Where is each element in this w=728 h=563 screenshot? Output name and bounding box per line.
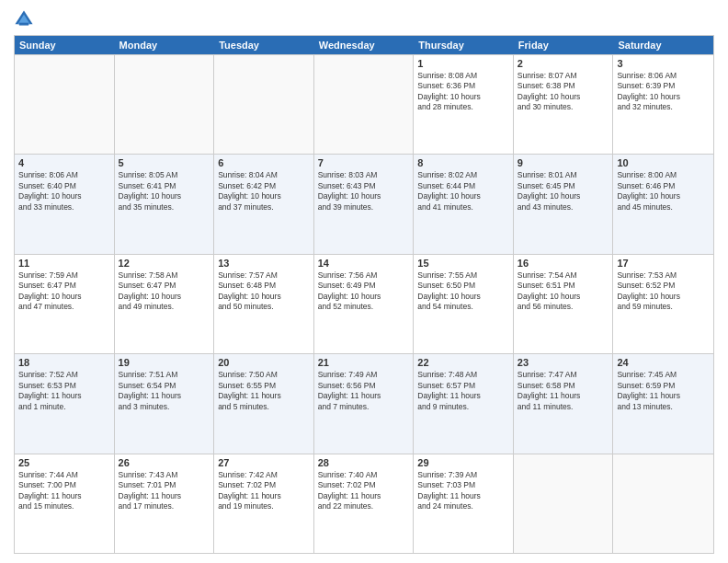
- calendar-row: 1Sunrise: 8:08 AM Sunset: 6:36 PM Daylig…: [15, 54, 713, 154]
- day-number: 12: [119, 258, 210, 269]
- day-number: 23: [518, 357, 609, 368]
- day-number: 20: [218, 357, 310, 368]
- cell-info: Sunrise: 8:08 AM Sunset: 6:36 PM Dayligh…: [417, 71, 509, 113]
- cell-info: Sunrise: 7:52 AM Sunset: 6:53 PM Dayligh…: [18, 370, 110, 412]
- cell-info: Sunrise: 7:57 AM Sunset: 6:48 PM Dayligh…: [218, 270, 310, 313]
- header-cell-wednesday: Wednesday: [314, 36, 415, 54]
- header-cell-saturday: Saturday: [613, 36, 713, 54]
- day-number: 10: [617, 157, 710, 168]
- calendar-cell: 1Sunrise: 8:08 AM Sunset: 6:36 PM Daylig…: [414, 55, 514, 154]
- calendar-cell: 17Sunrise: 7:53 AM Sunset: 6:52 PM Dayli…: [613, 255, 713, 353]
- cell-info: Sunrise: 7:50 AM Sunset: 6:55 PM Dayligh…: [218, 370, 310, 412]
- calendar-cell: 4Sunrise: 8:06 AM Sunset: 6:40 PM Daylig…: [15, 155, 115, 253]
- day-number: 18: [18, 357, 110, 368]
- cell-info: Sunrise: 8:07 AM Sunset: 6:38 PM Dayligh…: [518, 71, 609, 113]
- calendar-cell: 20Sunrise: 7:50 AM Sunset: 6:55 PM Dayli…: [214, 354, 314, 453]
- cell-info: Sunrise: 8:04 AM Sunset: 6:42 PM Dayligh…: [218, 170, 310, 213]
- calendar-cell: 29Sunrise: 7:39 AM Sunset: 7:03 PM Dayli…: [414, 454, 514, 553]
- cell-info: Sunrise: 8:06 AM Sunset: 6:39 PM Dayligh…: [617, 71, 710, 113]
- calendar-row: 18Sunrise: 7:52 AM Sunset: 6:53 PM Dayli…: [15, 353, 713, 453]
- cell-info: Sunrise: 7:49 AM Sunset: 6:56 PM Dayligh…: [318, 370, 410, 412]
- calendar-cell: 11Sunrise: 7:59 AM Sunset: 6:47 PM Dayli…: [15, 255, 115, 353]
- day-number: 15: [417, 258, 509, 269]
- day-number: 26: [119, 457, 210, 468]
- calendar-cell: 22Sunrise: 7:48 AM Sunset: 6:57 PM Dayli…: [414, 354, 514, 453]
- day-number: 25: [18, 457, 110, 468]
- calendar-row: 4Sunrise: 8:06 AM Sunset: 6:40 PM Daylig…: [15, 154, 713, 253]
- calendar-cell: 5Sunrise: 8:05 AM Sunset: 6:41 PM Daylig…: [115, 155, 215, 253]
- calendar-cell: 21Sunrise: 7:49 AM Sunset: 6:56 PM Dayli…: [314, 354, 415, 453]
- calendar-header: SundayMondayTuesdayWednesdayThursdayFrid…: [15, 36, 713, 54]
- calendar-body: 1Sunrise: 8:08 AM Sunset: 6:36 PM Daylig…: [15, 54, 713, 553]
- cell-info: Sunrise: 7:39 AM Sunset: 7:03 PM Dayligh…: [417, 470, 509, 512]
- day-number: 17: [617, 258, 710, 269]
- day-number: 14: [318, 258, 410, 269]
- cell-info: Sunrise: 8:00 AM Sunset: 6:46 PM Dayligh…: [617, 170, 710, 213]
- calendar-cell: 6Sunrise: 8:04 AM Sunset: 6:42 PM Daylig…: [214, 155, 314, 253]
- cell-info: Sunrise: 7:55 AM Sunset: 6:50 PM Dayligh…: [417, 270, 509, 313]
- calendar-cell: [514, 454, 614, 553]
- calendar-cell: 9Sunrise: 8:01 AM Sunset: 6:45 PM Daylig…: [514, 155, 614, 253]
- day-number: 13: [218, 258, 310, 269]
- page: SundayMondayTuesdayWednesdayThursdayFrid…: [0, 0, 728, 563]
- day-number: 11: [18, 258, 110, 269]
- cell-info: Sunrise: 8:02 AM Sunset: 6:44 PM Dayligh…: [417, 170, 509, 213]
- calendar: SundayMondayTuesdayWednesdayThursdayFrid…: [14, 35, 714, 554]
- calendar-cell: 14Sunrise: 7:56 AM Sunset: 6:49 PM Dayli…: [314, 255, 415, 353]
- cell-info: Sunrise: 7:51 AM Sunset: 6:54 PM Dayligh…: [119, 370, 210, 412]
- cell-info: Sunrise: 7:40 AM Sunset: 7:02 PM Dayligh…: [318, 470, 410, 512]
- cell-info: Sunrise: 7:43 AM Sunset: 7:01 PM Dayligh…: [119, 470, 210, 512]
- day-number: 5: [119, 157, 210, 168]
- cell-info: Sunrise: 7:48 AM Sunset: 6:57 PM Dayligh…: [417, 370, 509, 412]
- day-number: 27: [218, 457, 310, 468]
- cell-info: Sunrise: 7:42 AM Sunset: 7:02 PM Dayligh…: [218, 470, 310, 512]
- day-number: 21: [318, 357, 410, 368]
- cell-info: Sunrise: 7:54 AM Sunset: 6:51 PM Dayligh…: [518, 270, 609, 313]
- cell-info: Sunrise: 7:53 AM Sunset: 6:52 PM Dayligh…: [617, 270, 710, 313]
- calendar-cell: 23Sunrise: 7:47 AM Sunset: 6:58 PM Dayli…: [514, 354, 614, 453]
- logo-icon: [14, 9, 34, 29]
- day-number: 2: [518, 58, 609, 69]
- logo: [14, 9, 38, 29]
- header: [14, 9, 714, 29]
- calendar-cell: 16Sunrise: 7:54 AM Sunset: 6:51 PM Dayli…: [514, 255, 614, 353]
- day-number: 16: [518, 258, 609, 269]
- day-number: 9: [518, 157, 609, 168]
- day-number: 22: [417, 357, 509, 368]
- calendar-cell: [613, 454, 713, 553]
- header-cell-thursday: Thursday: [414, 36, 514, 54]
- calendar-cell: 26Sunrise: 7:43 AM Sunset: 7:01 PM Dayli…: [115, 454, 215, 553]
- cell-info: Sunrise: 7:56 AM Sunset: 6:49 PM Dayligh…: [318, 270, 410, 313]
- calendar-cell: 13Sunrise: 7:57 AM Sunset: 6:48 PM Dayli…: [214, 255, 314, 353]
- cell-info: Sunrise: 7:47 AM Sunset: 6:58 PM Dayligh…: [518, 370, 609, 412]
- day-number: 19: [119, 357, 210, 368]
- svg-rect-2: [19, 23, 28, 26]
- day-number: 3: [617, 58, 710, 69]
- calendar-cell: 15Sunrise: 7:55 AM Sunset: 6:50 PM Dayli…: [414, 255, 514, 353]
- cell-info: Sunrise: 8:05 AM Sunset: 6:41 PM Dayligh…: [119, 170, 210, 213]
- header-cell-sunday: Sunday: [15, 36, 115, 54]
- calendar-cell: 18Sunrise: 7:52 AM Sunset: 6:53 PM Dayli…: [15, 354, 115, 453]
- day-number: 1: [417, 58, 509, 69]
- calendar-cell: 2Sunrise: 8:07 AM Sunset: 6:38 PM Daylig…: [514, 55, 614, 154]
- day-number: 29: [417, 457, 509, 468]
- calendar-row: 11Sunrise: 7:59 AM Sunset: 6:47 PM Dayli…: [15, 254, 713, 353]
- day-number: 8: [417, 157, 509, 168]
- calendar-cell: 10Sunrise: 8:00 AM Sunset: 6:46 PM Dayli…: [613, 155, 713, 253]
- calendar-cell: [115, 55, 215, 154]
- cell-info: Sunrise: 8:01 AM Sunset: 6:45 PM Dayligh…: [518, 170, 609, 213]
- day-number: 7: [318, 157, 410, 168]
- cell-info: Sunrise: 7:45 AM Sunset: 6:59 PM Dayligh…: [617, 370, 710, 412]
- calendar-cell: 24Sunrise: 7:45 AM Sunset: 6:59 PM Dayli…: [613, 354, 713, 453]
- cell-info: Sunrise: 8:03 AM Sunset: 6:43 PM Dayligh…: [318, 170, 410, 213]
- calendar-cell: [214, 55, 314, 154]
- calendar-cell: 3Sunrise: 8:06 AM Sunset: 6:39 PM Daylig…: [613, 55, 713, 154]
- cell-info: Sunrise: 7:58 AM Sunset: 6:47 PM Dayligh…: [119, 270, 210, 313]
- calendar-cell: 28Sunrise: 7:40 AM Sunset: 7:02 PM Dayli…: [314, 454, 415, 553]
- calendar-cell: 27Sunrise: 7:42 AM Sunset: 7:02 PM Dayli…: [214, 454, 314, 553]
- day-number: 4: [18, 157, 110, 168]
- header-cell-friday: Friday: [514, 36, 614, 54]
- day-number: 24: [617, 357, 710, 368]
- calendar-cell: 8Sunrise: 8:02 AM Sunset: 6:44 PM Daylig…: [414, 155, 514, 253]
- day-number: 6: [218, 157, 310, 168]
